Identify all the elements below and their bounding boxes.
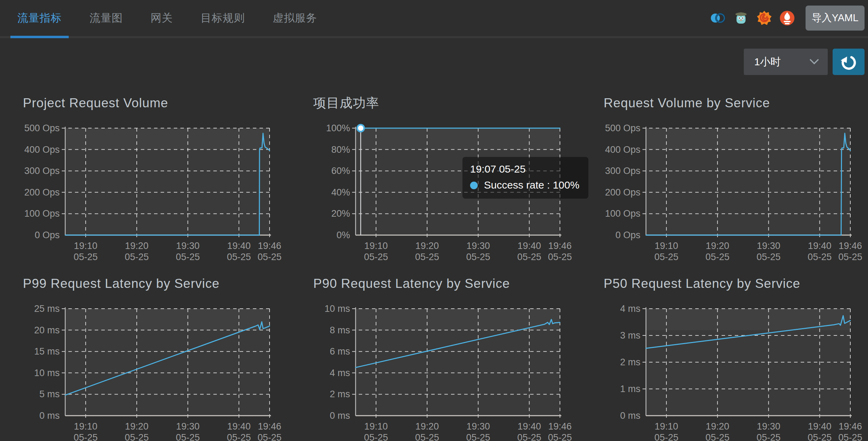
tab-destination-rules[interactable]: 目标规则 [194,0,252,36]
x-tick-date-label: 05-25 [808,432,832,441]
chart-svg-p50-request-latency: 0 ms1 ms2 ms3 ms4 ms19:1005-2519:2005-25… [604,302,868,441]
x-tick-label: 19:20 [415,421,439,432]
x-tick-label: 19:20 [125,421,148,432]
chart-p50-latency[interactable]: 0 ms1 ms2 ms3 ms4 ms19:1005-2519:2005-25… [604,302,868,441]
y-tick-label: 40% [331,187,350,198]
x-tick-date-label: 05-25 [257,252,281,262]
x-tick-date-label: 05-25 [757,432,781,441]
x-tick-date-label: 05-25 [176,252,200,262]
y-tick-label: 60% [331,166,350,176]
x-tick-label: 19:20 [415,241,439,251]
x-tick-label: 19:30 [467,421,490,432]
chart-title: P99 Request Latency by Service [23,276,294,291]
y-tick-label: 400 Ops [605,144,640,155]
chart-title: 项目成功率 [313,95,585,111]
x-tick-date-label: 05-25 [125,252,149,262]
x-tick-date-label: 05-25 [227,252,251,262]
y-tick-label: 2 ms [330,389,350,399]
x-tick-label: 19:40 [227,241,251,251]
x-tick-label: 19:46 [548,421,572,432]
x-tick-date-label: 05-25 [548,432,572,441]
x-tick-date-label: 05-25 [654,252,678,262]
x-tick-label: 19:30 [757,421,781,432]
prometheus-icon[interactable] [778,9,796,27]
y-tick-label: 0% [337,230,350,240]
x-tick-date-label: 05-25 [838,432,862,441]
chart-project-success-rate[interactable]: 0%20%40%60%80%100%19:1005-2519:2005-2519… [313,121,584,264]
y-tick-label: 0 ms [620,410,640,421]
x-tick-date-label: 05-25 [654,432,678,441]
tab-traffic-graph[interactable]: 流量图 [83,0,130,36]
y-tick-label: 0 Ops [615,230,640,240]
tab-virtual-services[interactable]: 虚拟服务 [266,0,324,36]
x-tick-date-label: 05-25 [257,432,281,441]
y-tick-label: 25 ms [34,303,60,314]
header-right-group: 导入YAML [710,6,865,31]
x-tick-label: 19:46 [839,421,862,432]
x-tick-date-label: 05-25 [466,252,490,262]
y-tick-label: 100 Ops [605,208,640,219]
x-tick-label: 19:10 [364,241,388,251]
chart-svg-project-request-volume: 0 Ops100 Ops200 Ops300 Ops400 Ops500 Ops… [23,121,293,264]
chart-request-volume-by-service[interactable]: 0 Ops100 Ops200 Ops300 Ops400 Ops500 Ops… [604,121,868,264]
y-tick-label: 15 ms [34,346,60,357]
y-tick-label: 500 Ops [605,123,640,133]
x-tick-date-label: 05-25 [517,252,541,262]
tab-label: 流量图 [90,11,123,25]
y-tick-label: 200 Ops [24,187,60,198]
x-tick-label: 19:40 [518,241,541,251]
chart-project-request-volume[interactable]: 0 Ops100 Ops200 Ops300 Ops400 Ops500 Ops… [23,121,293,264]
x-tick-label: 19:30 [757,241,781,251]
chart-title: Request Volume by Service [604,95,868,111]
tab-gateways[interactable]: 网关 [144,0,180,36]
y-tick-label: 8 ms [330,325,350,335]
chart-cell-project-request-volume: Project Request Volume 0 Ops100 Ops200 O… [23,95,294,264]
x-tick-label: 19:30 [176,421,200,432]
y-tick-label: 6 ms [330,346,350,357]
x-tick-date-label: 05-25 [364,432,388,441]
refresh-button[interactable] [833,49,865,75]
y-tick-label: 300 Ops [605,166,640,176]
chart-svg-p90-request-latency: 0 ms2 ms4 ms6 ms8 ms10 ms19:1005-2519:20… [313,302,584,441]
tab-traffic-metrics[interactable]: 流量指标 [10,0,69,36]
y-tick-label: 80% [331,144,350,155]
x-tick-date-label: 05-25 [74,252,97,262]
duration-value: 1小时 [754,55,781,69]
y-tick-label: 0 ms [39,410,60,421]
y-tick-label: 20 ms [34,325,60,335]
x-tick-label: 19:46 [258,421,281,432]
y-tick-label: 300 Ops [24,166,60,176]
x-tick-date-label: 05-25 [517,432,541,441]
chart-svg-project-success-rate: 0%20%40%60%80%100%19:1005-2519:2005-2519… [313,121,584,264]
x-tick-date-label: 05-25 [808,252,832,262]
y-tick-label: 400 Ops [24,144,60,155]
x-tick-label: 19:46 [258,241,281,251]
duration-select[interactable]: 1小时 [744,49,828,75]
tab-label: 虚拟服务 [273,11,317,25]
import-yaml-button[interactable]: 导入YAML [806,6,865,31]
jaeger-icon[interactable] [733,9,750,27]
kiali-icon[interactable] [710,9,727,27]
x-tick-date-label: 05-25 [838,252,862,262]
y-tick-label: 1 ms [620,384,640,394]
tab-label: 目标规则 [201,11,245,25]
hover-point [357,125,364,132]
refresh-icon [840,53,858,71]
chart-cell-request-volume-by-service: Request Volume by Service 0 Ops100 Ops20… [604,95,868,264]
chart-p99-latency[interactable]: 0 ms5 ms10 ms15 ms20 ms25 ms19:1005-2519… [23,302,293,441]
y-tick-label: 0 ms [330,410,350,421]
x-tick-label: 19:10 [655,421,678,432]
y-tick-label: 500 Ops [24,123,60,133]
x-tick-label: 19:30 [176,241,200,251]
x-tick-date-label: 05-25 [757,252,781,262]
y-tick-label: 3 ms [620,330,640,341]
chart-p90-latency[interactable]: 0 ms2 ms4 ms6 ms8 ms10 ms19:1005-2519:20… [313,302,584,441]
x-tick-date-label: 05-25 [125,432,149,441]
y-tick-label: 2 ms [620,357,640,367]
x-tick-date-label: 05-25 [227,432,251,441]
grafana-icon[interactable] [756,9,773,27]
y-tick-label: 100 Ops [24,208,60,219]
y-tick-label: 5 ms [39,389,60,399]
x-tick-label: 19:20 [706,421,729,432]
chart-svg-request-volume-by-service: 0 Ops100 Ops200 Ops300 Ops400 Ops500 Ops… [604,121,868,264]
